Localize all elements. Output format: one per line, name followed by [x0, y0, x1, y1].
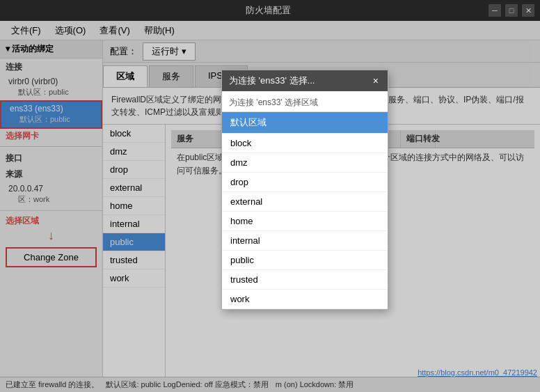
dialog-zone-item[interactable]: internal — [222, 231, 388, 251]
dialog-zone-item[interactable]: external — [222, 192, 388, 212]
dialog-zone-item[interactable]: work — [222, 290, 388, 309]
dialog-close-button[interactable]: × — [371, 75, 381, 86]
dialog-overlay: 为连接 'ens33' 选择... × 为连接 'ens33' 选择区域 默认区… — [0, 0, 540, 392]
dialog-zone-item[interactable]: block — [222, 134, 388, 153]
dialog-zone-list: 默认区域blockdmzdropexternalhomeinternalpubl… — [222, 112, 388, 309]
dialog-zone-item[interactable]: public — [222, 251, 388, 270]
dialog-zone-item[interactable]: dmz — [222, 153, 388, 173]
change-zone-dialog: 为连接 'ens33' 选择... × 为连接 'ens33' 选择区域 默认区… — [221, 70, 388, 310]
dialog-subtitle: 为连接 'ens33' 选择区域 — [222, 91, 388, 112]
dialog-zone-item[interactable]: home — [222, 212, 388, 231]
dialog-zone-item[interactable]: trusted — [222, 270, 388, 290]
dialog-zone-item[interactable]: 默认区域 — [222, 112, 388, 134]
dialog-title-bar: 为连接 'ens33' 选择... × — [222, 70, 388, 91]
dialog-zone-item[interactable]: drop — [222, 173, 388, 192]
dialog-title: 为连接 'ens33' 选择... — [229, 75, 315, 87]
